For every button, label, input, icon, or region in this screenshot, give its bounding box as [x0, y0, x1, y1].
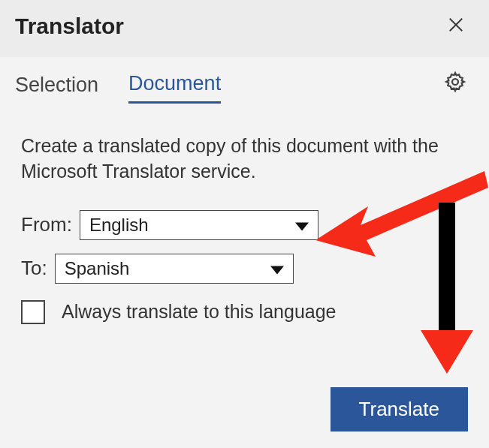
svg-marker-3 — [295, 222, 309, 230]
to-label: To: — [21, 257, 47, 280]
translator-panel: Translator Selection Document Create a t… — [0, 0, 489, 448]
gear-icon — [444, 83, 466, 95]
always-translate-row: Always translate to this language — [21, 300, 468, 324]
panel-title: Translator — [15, 14, 124, 39]
always-translate-label: Always translate to this language — [62, 301, 337, 323]
to-language-select[interactable]: Spanish — [55, 254, 294, 284]
svg-marker-4 — [270, 266, 284, 274]
svg-marker-7 — [421, 330, 473, 374]
always-translate-checkbox[interactable] — [21, 300, 45, 324]
translate-button[interactable]: Translate — [331, 387, 468, 431]
panel-body: Create a translated copy of this documen… — [0, 104, 489, 324]
panel-header: Translator — [0, 0, 489, 57]
to-row: To: Spanish — [21, 254, 468, 284]
svg-point-2 — [452, 79, 458, 85]
settings-button[interactable] — [444, 71, 466, 96]
description-text: Create a translated copy of this documen… — [21, 134, 468, 185]
chevron-down-icon — [270, 258, 284, 279]
to-language-value: Spanish — [65, 258, 130, 279]
close-button[interactable] — [444, 14, 468, 38]
tab-bar: Selection Document — [0, 57, 489, 104]
close-icon — [448, 17, 464, 36]
from-row: From: English — [21, 210, 468, 240]
tab-document[interactable]: Document — [128, 72, 221, 104]
from-language-value: English — [89, 215, 149, 236]
from-label: From: — [21, 213, 72, 236]
chevron-down-icon — [295, 215, 309, 236]
from-language-select[interactable]: English — [80, 210, 318, 240]
tab-selection[interactable]: Selection — [15, 74, 98, 103]
